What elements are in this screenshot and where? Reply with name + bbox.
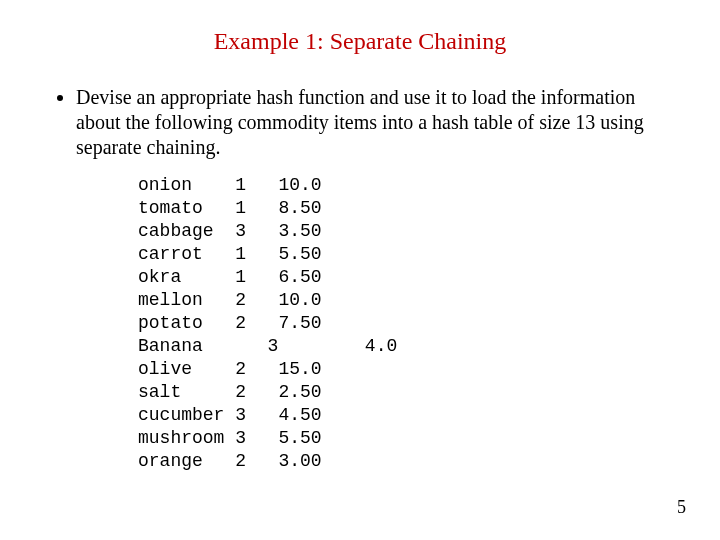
table-row: cabbage 3 3.50 [138, 221, 322, 241]
slide: Example 1: Separate Chaining Devise an a… [0, 0, 720, 540]
table-row: onion 1 10.0 [138, 175, 322, 195]
table-row: tomato 1 8.50 [138, 198, 322, 218]
table-row: potato 2 7.50 [138, 313, 322, 333]
table-row: mushroom 3 5.50 [138, 428, 322, 448]
table-row: okra 1 6.50 [138, 267, 322, 287]
body-area: Devise an appropriate hash function and … [0, 55, 720, 473]
bullet-item: Devise an appropriate hash function and … [76, 85, 670, 160]
table-row: mellon 2 10.0 [138, 290, 322, 310]
table-row: salt 2 2.50 [138, 382, 322, 402]
page-number: 5 [677, 497, 686, 518]
commodity-table: onion 1 10.0 tomato 1 8.50 cabbage 3 3.5… [138, 174, 670, 473]
table-row: orange 2 3.00 [138, 451, 322, 471]
table-row: cucumber 3 4.50 [138, 405, 322, 425]
table-row: carrot 1 5.50 [138, 244, 322, 264]
bullet-list: Devise an appropriate hash function and … [50, 85, 670, 160]
table-row: Banana 3 4.0 [138, 336, 397, 356]
slide-title: Example 1: Separate Chaining [0, 0, 720, 55]
table-row: olive 2 15.0 [138, 359, 322, 379]
